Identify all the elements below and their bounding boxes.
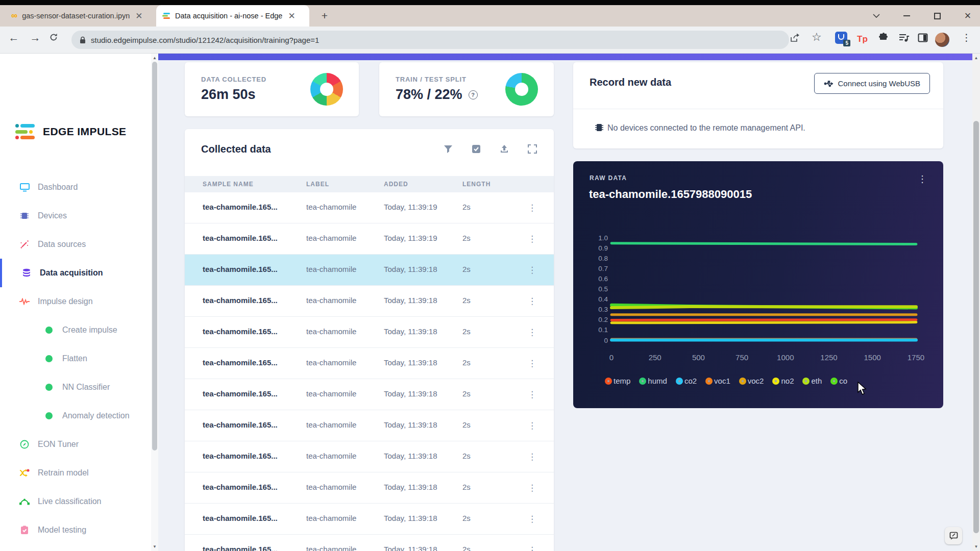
- help-icon[interactable]: ?: [469, 90, 478, 99]
- row-menu-kebab-icon[interactable]: ⋮: [528, 452, 536, 462]
- row-menu-kebab-icon[interactable]: ⋮: [528, 296, 536, 307]
- sidebar-item-anomaly-detection[interactable]: Anomaly detection: [0, 402, 151, 430]
- raw-data-menu-kebab-icon[interactable]: ⋮: [918, 173, 927, 185]
- sidebar-item-model-testing[interactable]: Model testing: [0, 516, 151, 544]
- table-row[interactable]: tea-chamomile.165...tea-chamomileToday, …: [185, 286, 554, 317]
- legend-item-co2[interactable]: co2: [676, 377, 697, 385]
- table-row[interactable]: tea-chamomile.165...tea-chamomileToday, …: [185, 317, 554, 348]
- new-tab-button[interactable]: +: [317, 9, 332, 23]
- legend-item-eth[interactable]: eth: [802, 377, 822, 385]
- table-row[interactable]: tea-chamomile.165...tea-chamomileToday, …: [185, 348, 554, 379]
- reload-icon[interactable]: [49, 33, 64, 42]
- upload-icon[interactable]: [500, 144, 509, 154]
- row-menu-kebab-icon[interactable]: ⋮: [528, 483, 536, 493]
- select-all-icon[interactable]: [472, 144, 481, 154]
- forward-icon[interactable]: →: [28, 32, 43, 44]
- window-maximize-button[interactable]: [927, 9, 947, 22]
- scroll-up-icon[interactable]: ▲: [972, 56, 980, 60]
- sidebar-item-retrain-model[interactable]: Retrain model: [0, 459, 151, 487]
- row-menu-kebab-icon[interactable]: ⋮: [528, 265, 536, 276]
- cell-name: tea-chamomile.165...: [203, 389, 278, 398]
- row-menu-kebab-icon[interactable]: ⋮: [528, 514, 536, 524]
- browser-menu-kebab-icon[interactable]: ⋮: [962, 32, 971, 43]
- table-row[interactable]: tea-chamomile.165...tea-chamomileToday, …: [185, 379, 554, 410]
- table-row[interactable]: tea-chamomile.165...tea-chamomileToday, …: [185, 410, 554, 441]
- sidebar-item-versioning[interactable]: Versioning: [0, 544, 151, 551]
- table-row[interactable]: tea-chamomile.165...tea-chamomileToday, …: [185, 441, 554, 472]
- extensions-puzzle-icon[interactable]: [878, 33, 889, 43]
- browser-tab-colab[interactable]: ∞ gas-sensor-dataset-curation.ipyn ✕: [5, 5, 154, 27]
- url-text: studio.edgeimpulse.com/studio/121242/acq…: [91, 36, 319, 44]
- sidebar-item-devices[interactable]: Devices: [0, 202, 151, 230]
- table-row[interactable]: tea-chamomile.165...tea-chamomileToday, …: [185, 223, 554, 255]
- table-row[interactable]: tea-chamomile.165...tea-chamomileToday, …: [185, 535, 554, 551]
- window-close-button[interactable]: ×: [958, 9, 978, 22]
- cell-length: 2s: [462, 545, 471, 551]
- sidebar-item-data-sources[interactable]: Data sources: [0, 230, 151, 259]
- sidebar-item-data-acquisition[interactable]: Data acquisition: [0, 259, 151, 287]
- sidebar-item-create-impulse[interactable]: Create impulse: [0, 316, 151, 344]
- row-menu-kebab-icon[interactable]: ⋮: [528, 420, 536, 431]
- table-row[interactable]: tea-chamomile.165...tea-chamomileToday, …: [185, 472, 554, 504]
- browser-tab-edge-impulse[interactable]: Data acquisition - ai-nose - Edge ✕: [156, 5, 309, 27]
- table-row[interactable]: tea-chamomile.165...tea-chamomileToday, …: [185, 192, 554, 223]
- edge-impulse-logo[interactable]: EDGE IMPULSE: [15, 123, 127, 140]
- tab-close-icon[interactable]: ✕: [287, 11, 296, 21]
- side-panel-icon[interactable]: [918, 33, 928, 43]
- column-header-sample-name: SAMPLE NAME: [203, 181, 254, 188]
- back-icon[interactable]: ←: [6, 32, 21, 44]
- cell-added: Today, 11:39:18: [384, 545, 437, 551]
- tab-close-icon[interactable]: ✕: [134, 11, 143, 21]
- scroll-down-icon[interactable]: ▼: [151, 544, 158, 549]
- media-playlist-icon[interactable]: [898, 33, 910, 43]
- window-scrollbar-thumb[interactable]: [973, 121, 979, 533]
- row-menu-kebab-icon[interactable]: ⋮: [528, 327, 536, 338]
- dot-icon: [44, 411, 54, 421]
- window-scrollbar[interactable]: ▲ ▼: [972, 54, 980, 551]
- address-bar[interactable]: studio.edgeimpulse.com/studio/121242/acq…: [71, 31, 789, 49]
- expand-icon[interactable]: [528, 144, 537, 154]
- table-row[interactable]: tea-chamomile.165...tea-chamomileToday, …: [185, 504, 554, 535]
- column-header-label: LABEL: [306, 181, 329, 188]
- row-menu-kebab-icon[interactable]: ⋮: [528, 203, 536, 213]
- filter-icon[interactable]: [444, 144, 453, 154]
- connect-webusb-button[interactable]: Connect using WebUSB: [814, 73, 930, 94]
- sidebar-item-nn-classifier[interactable]: NN Classifier: [0, 373, 151, 402]
- padlock-icon[interactable]: [80, 36, 86, 44]
- legend-item-co[interactable]: co: [830, 377, 847, 385]
- legend-dot-icon: [802, 378, 810, 385]
- data-collected-value: 26m 50s: [201, 87, 256, 103]
- row-menu-kebab-icon[interactable]: ⋮: [528, 234, 536, 244]
- sidebar-item-impulse-design[interactable]: Impulse design: [0, 287, 151, 316]
- feedback-button[interactable]: [945, 527, 962, 544]
- sidebar-item-live-classification[interactable]: Live classification: [0, 487, 151, 516]
- extension-ublock-icon[interactable]: 5: [835, 32, 847, 44]
- legend-item-voc1[interactable]: voc1: [705, 377, 730, 385]
- extension-tp-icon[interactable]: Tp: [857, 34, 868, 44]
- sidebar-scrollbar[interactable]: ▲ ▼: [151, 54, 158, 551]
- scroll-down-icon[interactable]: ▼: [972, 544, 980, 549]
- sidebar-item-dashboard[interactable]: Dashboard: [0, 173, 151, 202]
- sidebar-item-flatten[interactable]: Flatten: [0, 344, 151, 373]
- edge-impulse-favicon-icon: [162, 12, 170, 19]
- cell-added: Today, 11:39:18: [384, 296, 437, 305]
- legend-item-voc2[interactable]: voc2: [739, 377, 764, 385]
- table-row[interactable]: tea-chamomile.165...tea-chamomileToday, …: [185, 255, 554, 286]
- scroll-up-icon[interactable]: ▲: [151, 56, 158, 60]
- sidebar-scrollbar-thumb[interactable]: [152, 62, 157, 450]
- bookmark-star-icon[interactable]: ☆: [812, 31, 822, 44]
- tab-search-chevron-icon[interactable]: [866, 9, 887, 22]
- row-menu-kebab-icon[interactable]: ⋮: [528, 389, 536, 400]
- cell-added: Today, 11:39:18: [384, 358, 437, 367]
- profile-avatar[interactable]: [935, 33, 949, 47]
- sidebar-item-eon-tuner[interactable]: EON Tuner: [0, 430, 151, 459]
- legend-label: humd: [648, 377, 667, 385]
- row-menu-kebab-icon[interactable]: ⋮: [528, 358, 536, 369]
- share-icon[interactable]: [790, 33, 800, 43]
- legend-item-temp[interactable]: temp: [605, 377, 630, 385]
- window-minimize-button[interactable]: [896, 9, 917, 22]
- legend-item-no2[interactable]: no2: [772, 377, 794, 385]
- row-menu-kebab-icon[interactable]: ⋮: [528, 545, 536, 551]
- cell-label: tea-chamomile: [306, 452, 356, 460]
- legend-item-humd[interactable]: humd: [639, 377, 667, 385]
